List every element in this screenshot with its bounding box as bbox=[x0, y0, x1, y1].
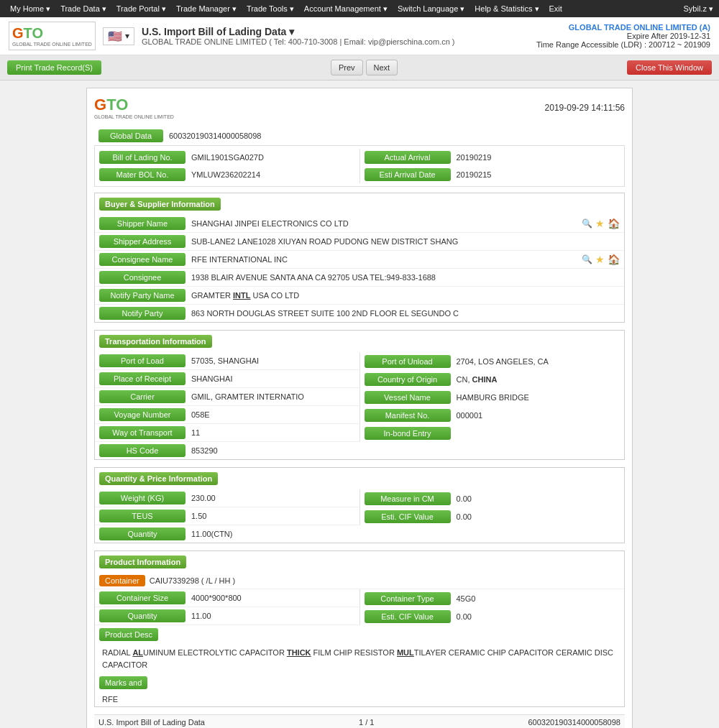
data-title-area: U.S. Import Bill of Lading Data ▾ GLOBAL… bbox=[142, 26, 455, 46]
product-section: Product Information Container CAIU733929… bbox=[94, 550, 625, 707]
way-transport-value: 11 bbox=[191, 428, 355, 437]
header-left: GTO GLOBAL TRADE ONLINE LIMITED 🇺🇸 ▾ U.S… bbox=[9, 22, 455, 50]
way-transport-col: Way ot Transport 11 bbox=[95, 424, 360, 442]
bol-row: Bill of Lading No. GMIL1901SGA027D bbox=[95, 149, 360, 166]
logo-text: GTO bbox=[12, 25, 92, 42]
nav-switch-language[interactable]: Switch Language bbox=[393, 0, 469, 17]
shipper-star-icon[interactable]: ★ bbox=[595, 218, 605, 229]
time-range: Time Range Accessible (LDR) : 200712 ~ 2… bbox=[536, 40, 710, 49]
marks-section: Marks and RFE bbox=[95, 673, 624, 706]
main-content: GTO GLOBAL TRADE ONLINE LIMITED 2019-09-… bbox=[0, 80, 719, 728]
product-qty-col: Quantity 11.00 bbox=[95, 607, 360, 625]
global-data-label: Global Data bbox=[99, 129, 163, 142]
top-navigation: My Home Trade Data Trade Portal Trade Ma… bbox=[0, 0, 719, 17]
shipper-address-row: Shipper Address SUB-LANE2 LANE1028 XIUYA… bbox=[95, 233, 624, 251]
esti-cif-col: Esti. CIF Value 0.00 bbox=[360, 507, 625, 525]
container-badge: Container bbox=[99, 575, 145, 586]
hs-code-row: HS Code 853290 bbox=[95, 442, 624, 459]
notify-party-label: Notify Party bbox=[99, 307, 186, 320]
way-inbond-row: Way ot Transport 11 In-bond Entry bbox=[95, 424, 624, 442]
place-receipt-col: Place of Receipt SHANGHAI bbox=[95, 370, 360, 388]
nav-trade-tools[interactable]: Trade Tools bbox=[242, 0, 298, 17]
buyer-supplier-title: Buyer & Supplier Information bbox=[99, 198, 221, 211]
quantity-label: Quantity bbox=[99, 527, 186, 540]
product-qty-label: Quantity bbox=[99, 609, 186, 622]
bol-value: GMIL1901SGA027D bbox=[191, 153, 355, 162]
container-type-value: 45G0 bbox=[457, 594, 620, 603]
record-container: GTO GLOBAL TRADE ONLINE LIMITED 2019-09-… bbox=[86, 88, 633, 728]
carrier-vessel-row: Carrier GMIL, GRAMTER INTERNATIO Vessel … bbox=[95, 388, 624, 406]
header-bar: GTO GLOBAL TRADE ONLINE LIMITED 🇺🇸 ▾ U.S… bbox=[0, 17, 719, 55]
nav-account-management[interactable]: Account Management bbox=[300, 0, 392, 17]
user-menu[interactable]: Sybil.z ▾ bbox=[684, 4, 713, 14]
inbond-label: In-bond Entry bbox=[365, 427, 451, 440]
flag-dropdown-arrow: ▾ bbox=[125, 31, 129, 41]
product-desc-text: RADIAL ALUMINUM ELECTROLYTIC CAPACITOR T… bbox=[95, 644, 624, 673]
carrier-value: GMIL, GRAMTER INTERNATIO bbox=[191, 392, 355, 401]
bol-arrival-row: Bill of Lading No. GMIL1901SGA027D Actua… bbox=[95, 149, 624, 166]
actual-arrival-label: Actual Arrival bbox=[365, 151, 451, 164]
port-load-col: Port of Load 57035, SHANGHAI bbox=[95, 352, 360, 370]
bol-label: Bill of Lading No. bbox=[99, 151, 186, 164]
port-unload-value: 2704, LOS ANGELES, CA bbox=[457, 357, 620, 366]
port-unload-col: Port of Unload 2704, LOS ANGELES, CA bbox=[360, 352, 625, 370]
print-button-top[interactable]: Print Trade Record(S) bbox=[7, 60, 101, 75]
product-cif-label: Esti. CIF Value bbox=[365, 610, 451, 623]
prev-button-top[interactable]: Prev bbox=[331, 60, 363, 75]
consignee-value: 1938 BLAIR AVENUE SANTA ANA CA 92705 USA… bbox=[191, 273, 620, 282]
flag-icon: 🇺🇸 bbox=[108, 29, 122, 43]
measure-value: 0.00 bbox=[457, 494, 620, 503]
carrier-col: Carrier GMIL, GRAMTER INTERNATIO bbox=[95, 388, 360, 406]
voyage-col: Voyage Number 058E bbox=[95, 406, 360, 424]
place-receipt-value: SHANGHAI bbox=[191, 374, 355, 383]
consignee-search-icon[interactable]: 🔍 bbox=[582, 254, 592, 264]
vessel-col: Vessel Name HAMBURG BRIDGE bbox=[360, 388, 625, 406]
measure-col: Measure in CM 0.00 bbox=[360, 489, 625, 507]
nav-help-statistics[interactable]: Help & Statistics bbox=[470, 0, 543, 17]
consignee-home-icon[interactable]: 🏠 bbox=[608, 254, 620, 265]
shipper-home-icon[interactable]: 🏠 bbox=[608, 218, 620, 229]
nav-my-home[interactable]: My Home bbox=[6, 0, 55, 17]
container-size-value: 4000*900*800 bbox=[191, 594, 355, 602]
container-size-type-row: Container Size 4000*900*800 Container Ty… bbox=[95, 589, 624, 607]
product-cif-col: Esti. CIF Value 0.00 bbox=[360, 607, 625, 625]
consignee-star-icon[interactable]: ★ bbox=[595, 254, 605, 265]
page-title[interactable]: U.S. Import Bill of Lading Data ▾ bbox=[142, 26, 455, 37]
product-desc-label: Product Desc bbox=[99, 628, 158, 641]
nav-trade-portal[interactable]: Trade Portal bbox=[112, 0, 170, 17]
consignee-name-label: Consignee Name bbox=[99, 253, 186, 266]
record-logo-subtitle: GLOBAL TRADE ONLINE LIMITED bbox=[94, 114, 174, 119]
shipper-address-label: Shipper Address bbox=[99, 235, 186, 248]
manifest-col: Manifest No. 000001 bbox=[360, 406, 625, 424]
nav-exit[interactable]: Exit bbox=[545, 0, 567, 17]
teus-label: TEUS bbox=[99, 510, 186, 522]
port-unload-label: Port of Unload bbox=[365, 355, 451, 368]
consignee-row: Consignee 1938 BLAIR AVENUE SANTA ANA CA… bbox=[95, 269, 624, 287]
manifest-value: 000001 bbox=[457, 411, 620, 420]
nav-buttons-top: Prev Next bbox=[331, 60, 398, 75]
country-origin-col: Country of Origin CN, CHINA bbox=[360, 370, 625, 388]
notify-party-value: 863 NORTH DOUGLAS STREET SUITE 100 2ND F… bbox=[191, 309, 620, 318]
shipper-search-icon[interactable]: 🔍 bbox=[582, 218, 592, 229]
bol-section: Bill of Lading No. GMIL1901SGA027D Actua… bbox=[94, 145, 625, 187]
nav-trade-manager[interactable]: Trade Manager bbox=[172, 0, 241, 17]
consignee-name-row: Consignee Name RFE INTERNATIONAL INC 🔍 ★… bbox=[95, 251, 624, 269]
marks-label: Marks and bbox=[99, 676, 147, 689]
vessel-label: Vessel Name bbox=[365, 391, 451, 404]
quantity-section: Quantity & Price Information Weight (KG)… bbox=[94, 467, 625, 543]
shipper-address-value: SUB-LANE2 LANE1028 XIUYAN ROAD PUDONG NE… bbox=[191, 237, 620, 246]
esti-cif-label: Esti. CIF Value bbox=[365, 510, 451, 523]
consignee-label: Consignee bbox=[99, 271, 186, 284]
close-button-top[interactable]: Close This Window bbox=[627, 60, 712, 75]
shipper-icons: 🔍 ★ 🏠 bbox=[582, 218, 620, 229]
shipper-name-value: SHANGHAI JINPEI ELECTRONICS CO LTD bbox=[191, 219, 576, 228]
next-button-top[interactable]: Next bbox=[366, 60, 398, 75]
nav-trade-data[interactable]: Trade Data bbox=[56, 0, 111, 17]
expire-date: Expire After 2019-12-31 bbox=[536, 32, 710, 40]
header-right: GLOBAL TRADE ONLINE LIMITED (A) Expire A… bbox=[536, 23, 710, 49]
container-size-label: Container Size bbox=[99, 591, 186, 604]
language-selector[interactable]: 🇺🇸 ▾ bbox=[103, 27, 134, 45]
hs-code-value: 853290 bbox=[191, 446, 620, 455]
bol-col: Bill of Lading No. GMIL1901SGA027D bbox=[95, 149, 360, 166]
carrier-label: Carrier bbox=[99, 390, 186, 403]
